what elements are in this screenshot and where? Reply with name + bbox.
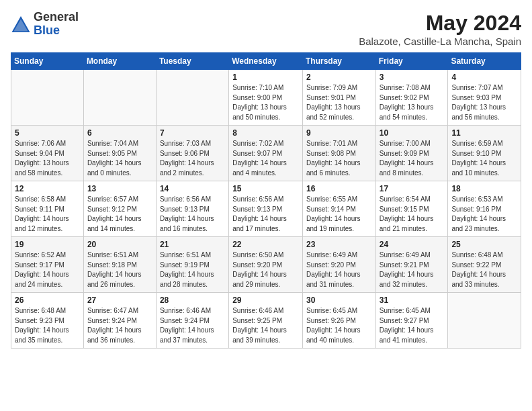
day-number: 23 <box>306 240 372 249</box>
calendar-cell: 23Sunrise: 6:49 AM Sunset: 9:20 PM Dayli… <box>302 237 375 293</box>
day-number: 28 <box>160 295 225 305</box>
calendar-cell: 31Sunrise: 6:45 AM Sunset: 9:27 PM Dayli… <box>375 293 448 349</box>
day-number: 21 <box>160 240 225 249</box>
calendar-cell <box>83 70 156 126</box>
day-detail: Sunrise: 7:09 AM Sunset: 9:01 PM Dayligh… <box>306 83 372 122</box>
day-number: 8 <box>232 128 299 138</box>
day-detail: Sunrise: 6:58 AM Sunset: 9:11 PM Dayligh… <box>15 195 80 234</box>
calendar-cell: 13Sunrise: 6:57 AM Sunset: 9:12 PM Dayli… <box>83 181 156 237</box>
logo-blue: Blue <box>34 24 79 38</box>
calendar-cell: 7Sunrise: 7:03 AM Sunset: 9:06 PM Daylig… <box>156 126 228 181</box>
calendar-cell: 2Sunrise: 7:09 AM Sunset: 9:01 PM Daylig… <box>302 70 375 126</box>
calendar-table: SundayMondayTuesdayWednesdayThursdayFrid… <box>11 52 521 349</box>
calendar-cell: 8Sunrise: 7:02 AM Sunset: 9:07 PM Daylig… <box>229 126 303 181</box>
day-detail: Sunrise: 6:50 AM Sunset: 9:20 PM Dayligh… <box>232 250 299 289</box>
day-number: 12 <box>15 184 80 193</box>
day-detail: Sunrise: 6:47 AM Sunset: 9:24 PM Dayligh… <box>87 306 152 345</box>
calendar-cell: 20Sunrise: 6:51 AM Sunset: 9:18 PM Dayli… <box>83 237 156 293</box>
day-detail: Sunrise: 6:57 AM Sunset: 9:12 PM Dayligh… <box>87 195 152 234</box>
day-detail: Sunrise: 6:48 AM Sunset: 9:22 PM Dayligh… <box>451 250 517 289</box>
calendar-cell: 14Sunrise: 6:56 AM Sunset: 9:13 PM Dayli… <box>156 181 228 237</box>
day-detail: Sunrise: 7:06 AM Sunset: 9:04 PM Dayligh… <box>15 139 80 178</box>
calendar-cell: 11Sunrise: 6:59 AM Sunset: 9:10 PM Dayli… <box>448 126 521 181</box>
day-number: 7 <box>160 128 225 138</box>
day-detail: Sunrise: 7:07 AM Sunset: 9:03 PM Dayligh… <box>451 83 517 122</box>
calendar-cell: 6Sunrise: 7:04 AM Sunset: 9:05 PM Daylig… <box>83 126 156 181</box>
day-detail: Sunrise: 6:46 AM Sunset: 9:25 PM Dayligh… <box>232 306 299 345</box>
weekday-header: Monday <box>83 53 156 70</box>
calendar-cell: 28Sunrise: 6:46 AM Sunset: 9:24 PM Dayli… <box>156 293 228 349</box>
title-block: May 2024 Balazote, Castille-La Mancha, S… <box>359 11 521 47</box>
calendar-cell <box>11 70 84 126</box>
calendar-week-row: 1Sunrise: 7:10 AM Sunset: 9:00 PM Daylig… <box>11 70 521 126</box>
day-number: 29 <box>232 295 299 305</box>
day-detail: Sunrise: 6:54 AM Sunset: 9:15 PM Dayligh… <box>380 195 445 234</box>
day-detail: Sunrise: 6:51 AM Sunset: 9:18 PM Dayligh… <box>87 250 152 289</box>
calendar-cell: 29Sunrise: 6:46 AM Sunset: 9:25 PM Dayli… <box>229 293 303 349</box>
day-number: 24 <box>380 240 445 249</box>
calendar-cell: 17Sunrise: 6:54 AM Sunset: 9:15 PM Dayli… <box>375 181 448 237</box>
month-title: May 2024 <box>359 11 521 36</box>
day-number: 2 <box>306 73 372 82</box>
calendar-cell: 5Sunrise: 7:06 AM Sunset: 9:04 PM Daylig… <box>11 126 84 181</box>
logo: General Blue <box>11 11 79 38</box>
day-number: 14 <box>160 184 225 193</box>
day-number: 17 <box>380 184 445 193</box>
day-number: 15 <box>232 184 299 193</box>
day-number: 19 <box>15 240 80 249</box>
day-detail: Sunrise: 6:59 AM Sunset: 9:10 PM Dayligh… <box>451 139 517 178</box>
logo-icon <box>11 14 31 34</box>
calendar-cell: 1Sunrise: 7:10 AM Sunset: 9:00 PM Daylig… <box>229 70 303 126</box>
weekday-header: Friday <box>375 53 448 70</box>
day-number: 10 <box>380 128 445 138</box>
day-number: 20 <box>87 240 152 249</box>
day-number: 16 <box>306 184 372 193</box>
day-number: 9 <box>306 128 372 138</box>
day-number: 31 <box>380 295 445 305</box>
day-number: 6 <box>87 128 152 138</box>
day-detail: Sunrise: 7:03 AM Sunset: 9:06 PM Dayligh… <box>160 139 225 178</box>
calendar-cell: 25Sunrise: 6:48 AM Sunset: 9:22 PM Dayli… <box>448 237 521 293</box>
day-number: 18 <box>451 184 517 193</box>
day-number: 3 <box>380 73 445 82</box>
day-detail: Sunrise: 7:01 AM Sunset: 9:08 PM Dayligh… <box>306 139 372 178</box>
day-detail: Sunrise: 7:10 AM Sunset: 9:00 PM Dayligh… <box>232 83 299 122</box>
day-detail: Sunrise: 7:00 AM Sunset: 9:09 PM Dayligh… <box>380 139 445 178</box>
weekday-header: Thursday <box>302 53 375 70</box>
calendar-cell: 4Sunrise: 7:07 AM Sunset: 9:03 PM Daylig… <box>448 70 521 126</box>
weekday-header: Saturday <box>448 53 521 70</box>
calendar-cell: 9Sunrise: 7:01 AM Sunset: 9:08 PM Daylig… <box>302 126 375 181</box>
weekday-header-row: SundayMondayTuesdayWednesdayThursdayFrid… <box>11 53 521 70</box>
calendar-cell: 16Sunrise: 6:55 AM Sunset: 9:14 PM Dayli… <box>302 181 375 237</box>
calendar-cell: 30Sunrise: 6:45 AM Sunset: 9:26 PM Dayli… <box>302 293 375 349</box>
calendar-week-row: 12Sunrise: 6:58 AM Sunset: 9:11 PM Dayli… <box>11 181 521 237</box>
calendar-cell: 12Sunrise: 6:58 AM Sunset: 9:11 PM Dayli… <box>11 181 84 237</box>
weekday-header: Sunday <box>11 53 84 70</box>
calendar-cell: 15Sunrise: 6:56 AM Sunset: 9:13 PM Dayli… <box>229 181 303 237</box>
day-detail: Sunrise: 6:52 AM Sunset: 9:17 PM Dayligh… <box>15 250 80 289</box>
day-number: 4 <box>451 73 517 82</box>
calendar-cell: 18Sunrise: 6:53 AM Sunset: 9:16 PM Dayli… <box>448 181 521 237</box>
day-detail: Sunrise: 6:56 AM Sunset: 9:13 PM Dayligh… <box>160 195 225 234</box>
day-detail: Sunrise: 7:08 AM Sunset: 9:02 PM Dayligh… <box>380 83 445 122</box>
day-number: 30 <box>306 295 372 305</box>
day-detail: Sunrise: 7:04 AM Sunset: 9:05 PM Dayligh… <box>87 139 152 178</box>
calendar-week-row: 19Sunrise: 6:52 AM Sunset: 9:17 PM Dayli… <box>11 237 521 293</box>
weekday-header: Wednesday <box>229 53 303 70</box>
calendar-cell: 26Sunrise: 6:48 AM Sunset: 9:23 PM Dayli… <box>11 293 84 349</box>
calendar-cell: 22Sunrise: 6:50 AM Sunset: 9:20 PM Dayli… <box>229 237 303 293</box>
calendar-cell: 24Sunrise: 6:49 AM Sunset: 9:21 PM Dayli… <box>375 237 448 293</box>
location: Balazote, Castille-La Mancha, Spain <box>359 36 521 47</box>
day-number: 26 <box>15 295 80 305</box>
calendar-cell: 3Sunrise: 7:08 AM Sunset: 9:02 PM Daylig… <box>375 70 448 126</box>
day-number: 27 <box>87 295 152 305</box>
day-detail: Sunrise: 6:53 AM Sunset: 9:16 PM Dayligh… <box>451 195 517 234</box>
day-detail: Sunrise: 6:51 AM Sunset: 9:19 PM Dayligh… <box>160 250 225 289</box>
day-detail: Sunrise: 6:56 AM Sunset: 9:13 PM Dayligh… <box>232 195 299 234</box>
day-detail: Sunrise: 6:49 AM Sunset: 9:21 PM Dayligh… <box>380 250 445 289</box>
day-detail: Sunrise: 6:45 AM Sunset: 9:27 PM Dayligh… <box>380 306 445 345</box>
calendar-cell: 19Sunrise: 6:52 AM Sunset: 9:17 PM Dayli… <box>11 237 84 293</box>
calendar-cell: 21Sunrise: 6:51 AM Sunset: 9:19 PM Dayli… <box>156 237 228 293</box>
day-detail: Sunrise: 7:02 AM Sunset: 9:07 PM Dayligh… <box>232 139 299 178</box>
calendar-week-row: 26Sunrise: 6:48 AM Sunset: 9:23 PM Dayli… <box>11 293 521 349</box>
